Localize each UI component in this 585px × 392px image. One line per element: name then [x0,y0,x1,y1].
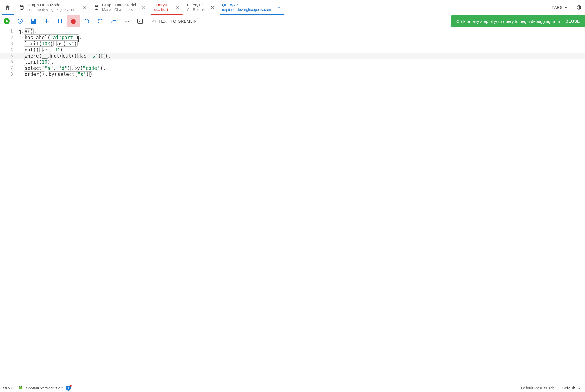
play-icon [3,18,10,24]
tab-graph-data-model-1[interactable]: Graph Data Model neptune-dev-nginx.gdotv… [16,0,90,15]
close-icon[interactable] [275,4,283,11]
tab-subtitle: neptune-dev-nginx.gdotv.com [222,8,271,12]
database-icon [19,5,24,10]
redo-button[interactable] [93,15,107,27]
gremlin-step[interactable]: as('s') [56,41,78,47]
svg-point-0 [20,5,23,6]
code-line[interactable]: limit(100).as('s'). [18,41,585,47]
debug-hint-banner: Click on any step of your query to begin… [451,15,585,27]
svg-point-12 [19,386,20,387]
tab-subtitle: localhost [153,8,170,12]
gremlin-icon [18,385,23,391]
line-number: 8 [0,71,16,77]
tabs-dropdown-label: TABS [552,5,563,10]
tab-title: Graph Data Model [102,3,136,8]
line-number: 6 [0,59,16,65]
tab-query1[interactable]: Query1 * Air Routes [184,0,219,15]
code-line[interactable]: order().by(select("s")) [18,71,585,77]
ellipsis-icon [124,18,130,24]
line-number: 4 [0,47,16,53]
close-icon[interactable] [140,4,148,11]
text-cursor-icon [78,36,79,42]
code-editor[interactable]: 1 2 3 4 5 6 7 8 g.V(). hasLabel("airport… [0,27,585,384]
terminal-icon [137,18,144,24]
more-button[interactable] [120,15,134,27]
settings-button[interactable] [572,0,585,15]
line-gutter: 1 2 3 4 5 6 7 8 [0,27,16,77]
svg-text:AI: AI [152,20,155,23]
close-icon[interactable] [209,4,216,11]
gremlin-step[interactable]: limit(10) [24,59,51,65]
hint-close-button[interactable]: CLOSE [566,19,580,23]
tab-title: Query2 * [222,3,271,8]
code-body[interactable]: g.V(). hasLabel("airport"). limit(100).a… [18,27,585,77]
gremlin-step[interactable]: not(out().as('s')) [50,53,105,59]
editor-toolbar: AI TEXT TO GREMLIN Click on any step of … [0,15,585,27]
code-line[interactable]: hasLabel("airport"). [18,34,585,41]
code-line[interactable]: limit(10). [18,59,585,65]
history-button[interactable] [13,15,27,27]
line-number: 1 [0,28,16,34]
gremlin-step[interactable]: by(select("s")) [48,71,93,77]
gremlin-step[interactable]: V() [24,28,34,34]
text-to-gremlin-button[interactable]: AI TEXT TO GREMLIN [147,15,201,27]
toolbar-divider [201,15,201,27]
gremlin-step[interactable]: by("code") [74,65,103,71]
new-button[interactable] [40,15,53,27]
svg-point-3 [125,21,126,22]
svg-point-4 [126,21,127,22]
step-arrow-icon [110,18,117,24]
braces-icon [57,18,63,24]
gremlin-step[interactable]: where(__.not(out().as('s'))) [24,53,108,59]
line-number: 3 [0,41,16,47]
debug-button[interactable] [67,15,80,27]
tabs-dropdown[interactable]: TABS [547,0,572,15]
line-number: 2 [0,34,16,41]
ai-icon: AI [151,18,156,24]
undo-button[interactable] [80,15,93,27]
tab-query2[interactable]: Query2 * neptune-dev-nginx.gdotv.com [219,0,285,15]
cursor-position: Ln 5:32 [3,386,15,390]
status-bar: Ln 5:32 Gremlin Version: 3.7.1 i Default… [0,384,585,392]
line-number: 5 [0,53,16,59]
results-tab-select[interactable]: Default [558,386,582,390]
tab-title: Query1 * [187,3,205,8]
home-button[interactable] [0,0,16,15]
format-button[interactable] [53,15,67,27]
console-button[interactable] [134,15,147,27]
tab-query0[interactable]: Query0 * localhost [150,0,184,15]
redo-icon [97,18,103,24]
save-button[interactable] [27,15,40,27]
text-to-gremlin-label: TEXT TO GREMLIN [159,19,197,23]
gremlin-step[interactable]: out() [24,47,39,53]
tab-subtitle: Air Routes [187,8,205,12]
close-icon[interactable] [80,4,88,11]
info-badge-icon[interactable]: i [66,386,71,391]
history-icon [17,18,23,24]
save-icon [30,18,37,24]
gremlin-step[interactable]: as('s') [80,53,102,59]
close-icon[interactable] [174,4,182,11]
gremlin-step[interactable]: select("s", "d") [24,65,71,71]
code-line[interactable]: out().as('d'). [18,47,585,53]
code-line[interactable]: where(__.not(out().as('s'))). [0,53,585,59]
code-line[interactable]: g.V(). [18,28,585,34]
plus-icon [43,18,50,24]
code-line[interactable]: select("s", "d").by("code"). [18,65,585,71]
tab-graph-data-model-2[interactable]: Graph Data Model Marvel Characters [90,0,150,15]
gear-icon [575,4,582,11]
gremlin-step[interactable]: as('d') [42,47,63,53]
svg-point-5 [128,21,129,22]
gremlin-step[interactable]: select("s") [57,71,90,77]
gremlin-step[interactable]: limit(100) [24,41,53,47]
step-button[interactable] [107,15,120,27]
run-button[interactable] [0,15,13,27]
gremlin-step[interactable]: out() [62,53,78,59]
line-number: 7 [0,65,16,71]
gremlin-step[interactable]: hasLabel("airport") [24,34,79,41]
tab-bar: Graph Data Model neptune-dev-nginx.gdotv… [0,0,585,15]
tab-subtitle: neptune-dev-nginx.gdotv.com [27,8,76,12]
undo-icon [83,18,90,24]
tab-subtitle: Marvel Characters [102,8,136,12]
gremlin-step[interactable]: order() [24,71,45,77]
